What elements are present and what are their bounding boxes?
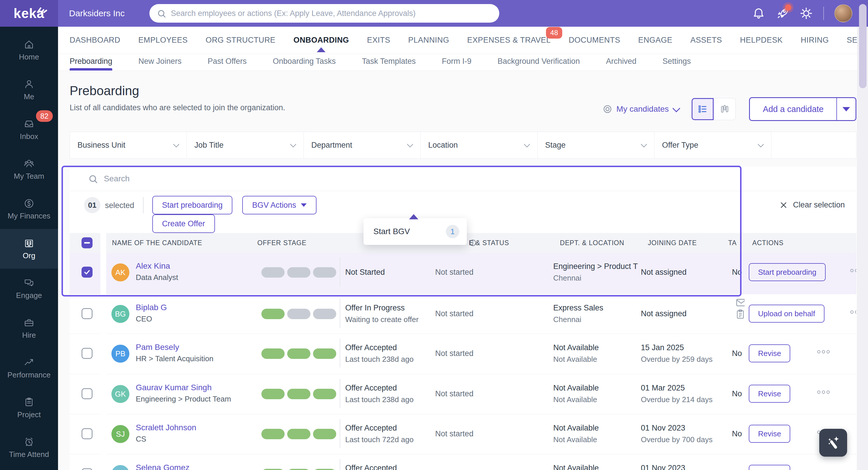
row-checkbox[interactable] — [82, 428, 93, 439]
revise-button[interactable]: Revise — [749, 385, 790, 403]
ai-wand-button[interactable] — [819, 429, 847, 457]
filter-job-title[interactable]: Job Title — [187, 132, 304, 158]
joining-date: 01 Mar 2025 — [641, 383, 685, 393]
list-view-button[interactable] — [692, 98, 714, 120]
offer-stage-title: Not Started — [345, 268, 385, 277]
tab-settings[interactable]: Settings — [662, 54, 691, 70]
nav-assets[interactable]: ASSETS — [690, 36, 722, 45]
table-search-input[interactable] — [70, 166, 857, 191]
hire-icon — [24, 317, 34, 328]
nav-employees[interactable]: EMPLOYEES — [138, 36, 188, 45]
nav-org-structure[interactable]: ORG STRUCTURE — [206, 36, 276, 45]
person-icon — [24, 78, 34, 89]
search-icon — [88, 174, 98, 184]
nav-expenses-travel[interactable]: EXPENSES & TRAVEL48 — [467, 36, 551, 45]
tab-archived[interactable]: Archived — [606, 54, 637, 70]
filter-bar: Business UnitJob TitleDepartmentLocation… — [70, 132, 857, 159]
filter-business-unit[interactable]: Business Unit — [70, 132, 187, 158]
nav-exits[interactable]: EXITS — [367, 36, 390, 45]
candidate-scope-dropdown[interactable]: My candidates — [602, 104, 679, 114]
sidebar-item-inbox[interactable]: Inbox82 — [0, 110, 58, 149]
column-divider — [340, 257, 340, 286]
nav-engage[interactable]: ENGAGE — [638, 36, 673, 45]
tab-onboarding-tasks[interactable]: Onboarding Tasks — [273, 54, 336, 70]
candidate-name-link[interactable]: Gaurav Kumar Singh — [136, 383, 212, 392]
row-more-menu[interactable] — [850, 269, 857, 272]
tab-label: Background Verification — [498, 57, 580, 66]
sidebar-item-home[interactable]: Home — [0, 30, 58, 70]
candidate-name-link[interactable]: Pam Besely — [136, 343, 179, 352]
row-checkbox[interactable] — [82, 388, 93, 399]
whats-new-rocket-icon[interactable] — [776, 7, 789, 20]
revise-button[interactable]: Revise — [749, 465, 790, 470]
global-search-input[interactable] — [149, 4, 499, 23]
selected-count-label: selected — [105, 201, 134, 210]
start-preboarding-button[interactable]: Start preboarding — [749, 263, 826, 281]
sidebar-item-engage[interactable]: Engage — [0, 269, 58, 308]
row-checkbox[interactable] — [82, 308, 93, 319]
clear-selection-button[interactable]: Clear selection — [779, 200, 845, 210]
candidate-name-link[interactable]: Alex Kina — [136, 261, 170, 271]
sidebar-item-performance[interactable]: Performance — [0, 348, 58, 388]
avatar: GK — [112, 385, 129, 403]
sidebar-item-project[interactable]: Project — [0, 388, 58, 428]
select-all-checkbox[interactable] — [82, 237, 93, 248]
actions-cell: Revise — [745, 454, 857, 470]
nav-planning[interactable]: PLANNING — [408, 36, 449, 45]
candidate-name-link[interactable]: Biplab G — [136, 303, 167, 312]
keka-logo[interactable]: keka — [0, 0, 58, 27]
filter-location[interactable]: Location — [421, 132, 537, 158]
sidebar-item-me[interactable]: Me — [0, 70, 58, 110]
revise-button[interactable]: Revise — [749, 425, 790, 443]
nav-helpdesk[interactable]: HELPDESK — [740, 36, 783, 45]
row-more-menu[interactable] — [817, 390, 830, 394]
settings-gear-icon[interactable] — [800, 7, 813, 20]
filter-label: Location — [428, 141, 458, 150]
sidebar-item-org[interactable]: Org — [0, 229, 58, 269]
tab-task-templates[interactable]: Task Templates — [362, 54, 416, 70]
filter-stage[interactable]: Stage — [537, 132, 654, 158]
row-checkbox[interactable] — [82, 348, 93, 359]
revise-button[interactable]: Revise — [749, 344, 790, 363]
header-tasks-clipped: TA — [728, 239, 737, 247]
tab-preboarding[interactable]: Preboarding — [70, 54, 112, 70]
create-offer-button[interactable]: Create Offer — [152, 214, 215, 233]
nav-onboarding[interactable]: ONBOARDING — [293, 36, 349, 45]
nav-documents[interactable]: DOCUMENTS — [568, 36, 620, 45]
vertical-scrollbar-track[interactable] — [857, 27, 868, 470]
candidate-name-link[interactable]: Selena Gomez — [136, 463, 189, 470]
notifications-bell-icon[interactable] — [752, 7, 765, 20]
table-row: PBPam BeselyHR > Talent AcquisitionOffer… — [70, 334, 857, 374]
filter-offer-type[interactable]: Offer Type — [654, 132, 771, 158]
row-checkbox[interactable] — [82, 267, 93, 278]
upload-on-behalf-button[interactable]: Upload on behalf — [749, 305, 825, 323]
sidebar-item-time-attend[interactable]: Time Attend — [0, 428, 58, 467]
add-candidate-menu-button[interactable] — [836, 98, 856, 120]
nav-dashboard[interactable]: DASHBOARD — [70, 36, 120, 45]
tab-background-verification[interactable]: Background Verification — [498, 54, 580, 70]
sidebar-item-hire[interactable]: Hire — [0, 308, 58, 348]
nav-hiring[interactable]: HIRING — [801, 36, 829, 45]
frozen-column-seam — [100, 232, 106, 470]
sidebar-item-my-team[interactable]: My Team — [0, 149, 58, 189]
table-search-row — [70, 166, 857, 191]
row-more-menu[interactable] — [850, 310, 857, 314]
bgv-actions-button[interactable]: BGV Actions — [242, 196, 316, 214]
kanban-view-button[interactable] — [714, 98, 736, 120]
start-preboarding-button[interactable]: Start preboarding — [152, 196, 232, 214]
tab-form-i-9[interactable]: Form I-9 — [442, 54, 471, 70]
row-checkbox[interactable] — [82, 468, 93, 470]
sidebar-item-my-finances[interactable]: My Finances — [0, 189, 58, 229]
tab-past-offers[interactable]: Past Offers — [208, 54, 247, 70]
filter-department[interactable]: Department — [304, 132, 421, 158]
selected-count-badge: 01 — [84, 197, 100, 213]
row-more-menu[interactable] — [817, 350, 830, 353]
candidate-name-link[interactable]: Scralett Johnson — [136, 423, 196, 432]
column-divider — [340, 379, 340, 408]
add-candidate-label: Add a candidate — [763, 104, 824, 114]
vertical-scrollbar-thumb[interactable] — [859, 4, 867, 88]
add-candidate-button[interactable]: Add a candidate — [750, 98, 836, 120]
user-avatar[interactable] — [834, 4, 852, 22]
menu-item-start-bgv[interactable]: Start BGV — [373, 227, 410, 236]
tab-new-joiners[interactable]: New Joiners — [138, 54, 182, 70]
